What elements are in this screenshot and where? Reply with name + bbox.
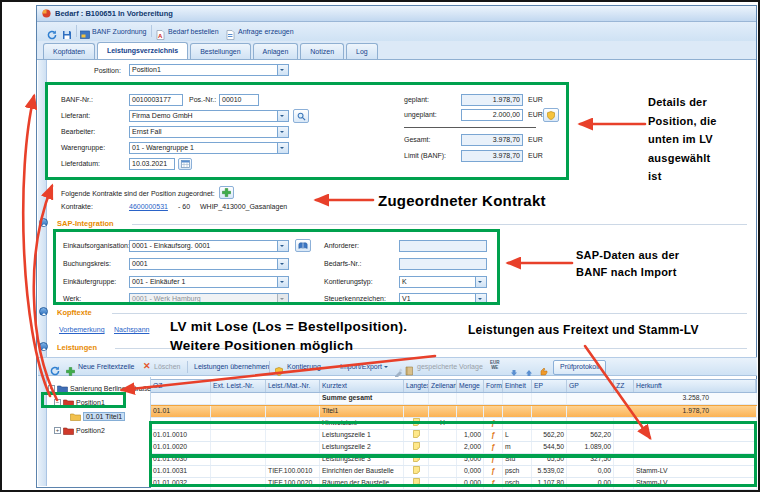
pruefprotokoll-button[interactable]: Prüfprotokoll xyxy=(553,360,606,375)
table-row[interactable]: HinweistextHƒ xyxy=(151,418,757,430)
table-row[interactable]: 01.01.0032TIEF.100.0020Räumen der Bauste… xyxy=(151,478,757,490)
import-export-button[interactable]: Import/Export xyxy=(340,363,388,370)
column-header-zz[interactable]: ZZ xyxy=(614,380,634,392)
lieferdatum-field[interactable]: 10.03.2021 xyxy=(129,158,175,170)
cell-zz xyxy=(614,442,634,453)
column-header-einheit[interactable]: Einheit xyxy=(503,380,532,392)
position-select[interactable]: Position1 xyxy=(129,64,289,76)
bearbeiter-select[interactable]: Ernst Fall xyxy=(129,126,289,138)
pos-nr-field[interactable]: 00010 xyxy=(219,94,259,106)
ungeplant-field[interactable]: 2.000,00 xyxy=(461,109,523,121)
vorbemerkung-link[interactable]: Vorbemerkung xyxy=(59,326,105,333)
banf-nr-field[interactable]: 0010003177 xyxy=(129,94,183,106)
einkaufsorganisation-label: Einkaufsorganisation: xyxy=(63,242,130,249)
collapse-sap-icon[interactable] xyxy=(39,218,48,227)
add-kontrakt-button[interactable] xyxy=(219,186,234,199)
ungeplant-shield-button[interactable] xyxy=(543,108,559,122)
kontrakt-number-link[interactable]: 4600000531 xyxy=(129,203,168,210)
cell-ext-leist-nr xyxy=(211,406,266,417)
anfrage-erzeugen-button[interactable]: Anfrage erzeugen xyxy=(238,28,294,35)
tree-item-label: Position1 xyxy=(76,399,105,406)
anforderer-field xyxy=(399,240,487,252)
calendar-button[interactable] xyxy=(178,158,192,170)
tab-notizen[interactable]: Notizen xyxy=(300,43,344,59)
column-header-menge[interactable]: Menge xyxy=(457,380,484,392)
column-header-langtext[interactable]: Langtext xyxy=(404,380,429,392)
sap-sync-button[interactable] xyxy=(295,239,311,252)
einkaeufergruppe-label: Einkäufergruppe: xyxy=(63,278,116,285)
neue-freitextzeile-button[interactable]: Neue Freitextzeile xyxy=(78,363,134,370)
chevron-down-icon xyxy=(277,65,288,75)
tree-item-projekt[interactable]: − Sanierung Berliner Straße xyxy=(48,382,151,394)
einkaeufergruppe-select[interactable]: 001 - Einkäufer 1 xyxy=(129,276,289,288)
table-row[interactable]: 01.01.0031TIEF.100.0010Einrichten der Ba… xyxy=(151,466,757,478)
warengruppe-select[interactable]: 01 - Warengruppe 1 xyxy=(129,142,289,154)
tree-item-titel1[interactable]: 01.01 Titel1 xyxy=(70,410,125,422)
tab-bestellungen[interactable]: Bestellungen xyxy=(190,43,250,59)
limit-banf-value: 3.978,70 xyxy=(493,152,520,159)
table-row[interactable]: 01.01Titel11.978,70 xyxy=(151,405,757,418)
column-header-oz[interactable]: OZ xyxy=(151,380,211,392)
bearbeiter-value: Ernst Fall xyxy=(130,127,277,137)
nachspann-link[interactable]: Nachspann xyxy=(114,326,149,333)
ungeplant-label: ungeplant: xyxy=(404,111,437,118)
table-row[interactable]: 01.01.0020Leistungszeile 22,000ƒm544,501… xyxy=(151,442,757,454)
cell-leist-mat-nr xyxy=(266,430,320,441)
column-header-leist-mat-nr-[interactable]: Leist./Mat.-Nr. xyxy=(266,380,320,392)
table-row[interactable]: 01.01.0030Leistungszeile 35,000ƒStd65,50… xyxy=(151,454,757,466)
chevron-down-icon xyxy=(277,143,288,153)
cell-formel xyxy=(484,393,503,404)
gespeicherte-vorlage-button[interactable]: gespeicherte Vorlage xyxy=(417,363,483,370)
column-header-zeilenart[interactable]: Zeilenart xyxy=(429,380,457,392)
lieferant-select[interactable]: Firma Demo GmbH xyxy=(129,110,289,122)
column-header-ext-leist-nr-[interactable]: Ext. Leist.-Nr. xyxy=(211,380,266,392)
cell-menge: 2,000 xyxy=(457,442,484,453)
banf-zuordnung-button[interactable]: BANF Zuordnung xyxy=(92,28,146,35)
tree-item-position1[interactable]: − Position1 xyxy=(54,396,105,408)
kontierung-button[interactable]: Kontierung xyxy=(287,363,321,370)
tab-log[interactable]: Log xyxy=(346,43,378,59)
cell-oz: 01.01.0032 xyxy=(151,478,211,489)
tab-anlagen[interactable]: Anlagen xyxy=(253,43,299,59)
einkaufsorganisation-select[interactable]: 0001 - Einkaufsorg. 0001 xyxy=(129,240,289,252)
bearbeiter-label: Bearbeiter: xyxy=(61,128,95,135)
tree-item-position2[interactable]: + Position2 xyxy=(54,424,105,436)
collapse-kopftexte-icon[interactable] xyxy=(39,307,48,316)
formel-icon: ƒ xyxy=(491,430,495,439)
cell-menge: 0,000 xyxy=(457,466,484,477)
loeschen-button[interactable]: Löschen xyxy=(154,363,180,370)
lv-table-body: Summe gesamt3.258,7001.01Titel11.978,70H… xyxy=(151,393,757,490)
lieferant-search-button[interactable] xyxy=(293,109,309,123)
collapse-leistungen-icon[interactable] xyxy=(39,342,48,351)
cell-zz xyxy=(614,454,634,465)
eur-we-icon[interactable]: EURWE xyxy=(490,361,500,370)
steuerkennzeichen-select[interactable]: V1 xyxy=(399,293,487,305)
cell-ext-leist-nr xyxy=(211,430,266,441)
table-row[interactable]: Summe gesamt3.258,70 xyxy=(151,393,757,405)
column-header-kurztext[interactable]: Kurztext xyxy=(320,380,404,392)
expander-icon[interactable]: − xyxy=(54,399,61,406)
column-header-herkunft[interactable]: Herkunft xyxy=(634,380,756,392)
kopftexte-section-header: Kopftexte xyxy=(57,308,92,317)
expander-icon[interactable]: + xyxy=(54,427,61,434)
kontierungstyp-select[interactable]: K xyxy=(399,276,487,288)
column-header-formel[interactable]: Formel xyxy=(484,380,503,392)
table-row[interactable]: 01.01.0010Leistungszeile 11,000ƒL562,205… xyxy=(151,430,757,442)
cell-oz: 01.01.0031 xyxy=(151,466,211,477)
cell-zeilenart xyxy=(429,406,457,417)
left-panel-strip[interactable] xyxy=(38,60,47,486)
tab-leistungsverzeichnis[interactable]: Leistungsverzeichnis xyxy=(97,42,188,59)
column-header-gp[interactable]: GP xyxy=(567,380,614,392)
window-title: Bedarf : B100651 In Vorbereitung xyxy=(55,9,173,18)
bedarf-bestellen-button[interactable]: Bedarf bestellen xyxy=(168,28,219,35)
cell-oz xyxy=(151,393,211,404)
leistungen-uebernehmen-button[interactable]: Leistungen übernehmen xyxy=(194,363,270,370)
tab-kopfdaten[interactable]: Kopfdaten xyxy=(43,43,95,59)
lieferant-label: Lieferant: xyxy=(61,112,90,119)
refresh-icon[interactable] xyxy=(50,362,60,380)
expander-icon[interactable]: − xyxy=(48,385,55,392)
buchungskreis-select[interactable]: 0001 xyxy=(129,258,289,270)
hand-icon[interactable] xyxy=(539,362,548,380)
column-header-ep[interactable]: EP xyxy=(532,380,567,392)
cell-oz: 01.01 xyxy=(151,406,211,417)
